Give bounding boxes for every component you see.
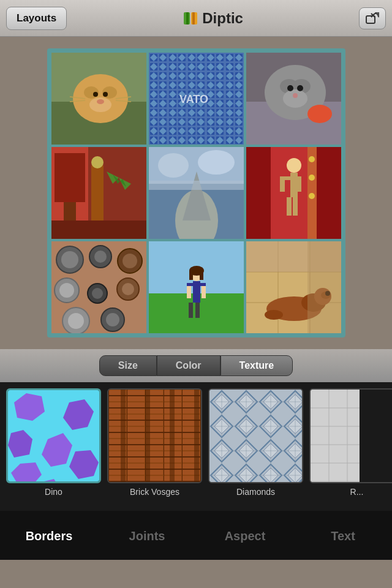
svg-rect-67 bbox=[287, 197, 292, 216]
svg-point-56 bbox=[158, 153, 189, 178]
svg-rect-47 bbox=[51, 221, 146, 239]
partial-label: R... bbox=[350, 487, 364, 497]
photo-cell-0[interactable] bbox=[51, 53, 146, 145]
svg-rect-134 bbox=[121, 390, 126, 483]
texture-item-dino[interactable]: Dino bbox=[6, 388, 101, 497]
brick-thumbnail bbox=[107, 388, 202, 483]
svg-rect-60 bbox=[246, 147, 271, 239]
svg-point-88 bbox=[68, 313, 84, 329]
photo-grid: VATO bbox=[47, 48, 345, 337]
svg-point-46 bbox=[91, 156, 104, 168]
svg-point-72 bbox=[309, 193, 315, 199]
nav-text[interactable]: Text bbox=[294, 511, 392, 560]
bottom-nav: Borders Joints Aspect Text bbox=[0, 511, 392, 560]
texture-item-brick[interactable]: Brick Vosges bbox=[107, 388, 202, 497]
svg-rect-99 bbox=[195, 303, 200, 318]
svg-rect-146 bbox=[311, 390, 360, 483]
svg-rect-103 bbox=[189, 271, 193, 280]
svg-rect-135 bbox=[145, 390, 150, 483]
photo-cell-3[interactable] bbox=[51, 147, 146, 239]
svg-rect-137 bbox=[194, 390, 199, 483]
svg-point-62 bbox=[287, 158, 301, 173]
photo-cell-1[interactable]: VATO bbox=[149, 53, 244, 145]
svg-point-37 bbox=[287, 85, 293, 91]
photo-cell-7[interactable] bbox=[149, 241, 244, 333]
svg-rect-98 bbox=[189, 303, 193, 318]
svg-point-90 bbox=[106, 313, 119, 326]
brick-label: Brick Vosges bbox=[130, 487, 179, 497]
photo-cell-2[interactable] bbox=[246, 53, 341, 145]
svg-point-82 bbox=[59, 283, 74, 298]
share-button[interactable] bbox=[359, 7, 386, 29]
svg-rect-101 bbox=[202, 286, 206, 298]
svg-point-14 bbox=[97, 99, 104, 104]
svg-rect-136 bbox=[170, 390, 175, 483]
logo-text: Diptic bbox=[202, 10, 243, 27]
svg-rect-97 bbox=[196, 283, 206, 286]
color-tab[interactable]: Color bbox=[157, 355, 221, 376]
diamonds-label: Diamonds bbox=[236, 487, 275, 497]
nav-borders[interactable]: Borders bbox=[0, 511, 98, 560]
svg-rect-104 bbox=[200, 271, 203, 280]
layouts-button[interactable]: Layouts bbox=[6, 7, 67, 30]
svg-point-39 bbox=[293, 93, 298, 98]
svg-point-78 bbox=[94, 251, 107, 263]
svg-point-57 bbox=[198, 150, 235, 175]
svg-point-36 bbox=[283, 89, 307, 108]
svg-rect-43 bbox=[55, 153, 85, 202]
nav-joints[interactable]: Joints bbox=[98, 511, 196, 560]
photo-cell-8[interactable] bbox=[246, 241, 341, 333]
svg-rect-61 bbox=[317, 147, 341, 239]
partial-thumbnail bbox=[309, 388, 392, 483]
texture-options: Dino bbox=[0, 382, 392, 511]
header: Layouts Diptic bbox=[0, 0, 392, 37]
logo: Diptic bbox=[183, 10, 243, 27]
svg-point-84 bbox=[92, 288, 103, 299]
photo-cell-4[interactable] bbox=[149, 147, 244, 239]
svg-point-86 bbox=[122, 283, 134, 295]
svg-rect-55 bbox=[149, 181, 244, 190]
texture-item-partial[interactable]: R... bbox=[309, 388, 392, 497]
svg-rect-68 bbox=[293, 197, 298, 216]
svg-rect-144 bbox=[209, 390, 303, 483]
share-icon bbox=[365, 11, 380, 26]
nav-aspect[interactable]: Aspect bbox=[196, 511, 294, 560]
svg-text:VATO: VATO bbox=[179, 93, 208, 105]
photo-cell-5[interactable] bbox=[246, 147, 341, 239]
canvas-area: VATO bbox=[0, 37, 392, 349]
svg-rect-100 bbox=[187, 286, 191, 298]
texture-tab[interactable]: Texture bbox=[221, 355, 293, 376]
dino-label: Dino bbox=[45, 487, 62, 497]
svg-rect-65 bbox=[280, 176, 285, 192]
segmented-control: Size Color Texture bbox=[0, 349, 392, 382]
dino-thumbnail bbox=[6, 388, 101, 483]
svg-point-40 bbox=[307, 105, 332, 123]
svg-rect-118 bbox=[307, 241, 341, 333]
svg-point-38 bbox=[297, 85, 303, 91]
logo-icon bbox=[183, 10, 200, 27]
svg-point-116 bbox=[265, 310, 283, 320]
size-tab[interactable]: Size bbox=[99, 355, 157, 376]
svg-point-12 bbox=[93, 92, 98, 97]
svg-point-71 bbox=[309, 175, 315, 181]
svg-point-13 bbox=[103, 92, 108, 97]
svg-point-70 bbox=[309, 156, 315, 162]
svg-rect-66 bbox=[296, 176, 301, 192]
svg-rect-3 bbox=[192, 12, 195, 24]
diamonds-thumbnail bbox=[208, 388, 303, 483]
svg-rect-4 bbox=[366, 16, 375, 23]
photo-cell-6[interactable] bbox=[51, 241, 146, 333]
svg-rect-2 bbox=[186, 12, 189, 24]
svg-rect-96 bbox=[187, 283, 197, 286]
svg-point-76 bbox=[61, 251, 78, 268]
texture-item-diamonds[interactable]: Diamonds bbox=[208, 388, 303, 497]
svg-point-80 bbox=[123, 254, 137, 268]
